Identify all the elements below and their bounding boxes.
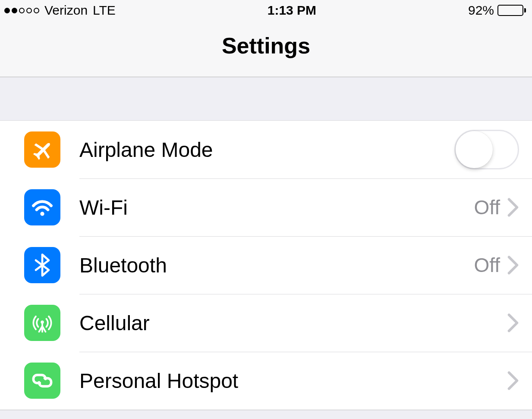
row-cellular[interactable]: Cellular	[0, 294, 532, 352]
status-left: Verizon LTE	[4, 3, 116, 18]
wifi-icon	[24, 189, 60, 225]
cellular-icon	[24, 305, 60, 341]
airplane-mode-toggle[interactable]	[454, 130, 519, 169]
svg-point-0	[40, 212, 44, 216]
chevron-right-icon	[507, 197, 519, 218]
hotspot-icon	[24, 363, 60, 399]
row-label: Personal Hotspot	[79, 369, 507, 393]
status-right: 92%	[468, 3, 526, 18]
bluetooth-icon	[24, 247, 60, 283]
status-bar: Verizon LTE 1:13 PM 92%	[0, 0, 532, 21]
clock-label: 1:13 PM	[268, 3, 316, 18]
row-label: Bluetooth	[79, 253, 474, 277]
chevron-right-icon	[507, 370, 519, 391]
nav-bar: Settings	[0, 21, 532, 77]
row-airplane-mode[interactable]: Airplane Mode	[0, 121, 532, 178]
battery-icon	[497, 5, 526, 16]
page-title: Settings	[0, 33, 532, 59]
row-bluetooth[interactable]: Bluetooth Off	[0, 236, 532, 294]
settings-list: Airplane Mode Wi-Fi Off Bluetooth Off	[0, 120, 532, 410]
section-gap	[0, 410, 532, 413]
row-label: Cellular	[79, 311, 507, 335]
row-label: Airplane Mode	[79, 138, 454, 162]
row-personal-hotspot[interactable]: Personal Hotspot	[0, 352, 532, 410]
row-wifi[interactable]: Wi-Fi Off	[0, 178, 532, 236]
battery-percent-label: 92%	[468, 3, 494, 18]
row-value: Off	[474, 253, 500, 277]
signal-strength-icon	[4, 8, 39, 13]
chevron-right-icon	[507, 313, 519, 333]
chevron-right-icon	[507, 255, 519, 275]
airplane-icon	[24, 131, 60, 168]
row-value: Off	[474, 196, 500, 219]
carrier-label: Verizon	[44, 3, 88, 18]
row-label: Wi-Fi	[79, 196, 474, 219]
network-label: LTE	[93, 3, 116, 18]
section-gap	[0, 77, 532, 120]
